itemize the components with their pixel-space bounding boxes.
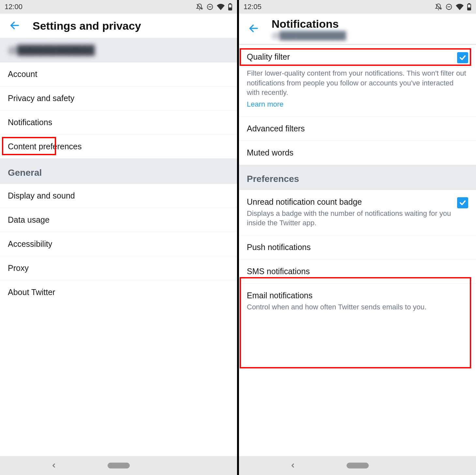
row-label: Accessibility	[8, 239, 52, 248]
row-unread-badge[interactable]: Unread notification count badge Displays…	[239, 190, 476, 235]
battery-icon	[467, 3, 471, 10]
status-bar: 12:00	[0, 0, 237, 14]
account-handle: @████████████	[8, 45, 95, 55]
phone-left: 12:00 Settings and privacy @████████████…	[0, 0, 238, 475]
row-quality-filter[interactable]: Quality filter	[239, 45, 476, 67]
row-label: Display and sound	[8, 191, 75, 200]
notifications-list: Quality filter Filter lower-quality cont…	[239, 45, 476, 456]
svg-rect-4	[230, 3, 231, 4]
row-privacy-safety[interactable]: Privacy and safety	[0, 86, 237, 111]
do-not-disturb-icon	[445, 3, 453, 10]
row-muted-words[interactable]: Muted words	[239, 141, 476, 165]
row-display-sound[interactable]: Display and sound	[0, 184, 237, 208]
row-label: Unread notification count badge	[247, 197, 362, 206]
row-description: Control when and how often Twitter sends…	[247, 302, 468, 312]
nav-bar	[239, 456, 476, 475]
do-not-disturb-icon	[206, 3, 214, 10]
row-description: Filter lower-quality content from your n…	[247, 68, 468, 97]
status-icons	[435, 3, 471, 10]
section-general: General	[0, 158, 237, 184]
status-bar: 12:05	[239, 0, 476, 14]
row-label: Privacy and safety	[8, 94, 74, 103]
row-label: Proxy	[8, 263, 29, 273]
nav-home-pill[interactable]	[108, 463, 130, 468]
row-accessibility[interactable]: Accessibility	[0, 232, 237, 256]
row-push-notifications[interactable]: Push notifications	[239, 235, 476, 260]
unread-badge-checkbox[interactable]	[457, 197, 468, 208]
bell-off-icon	[196, 3, 203, 10]
row-account[interactable]: Account	[0, 62, 237, 86]
status-time: 12:05	[244, 3, 261, 11]
row-label: Advanced filters	[247, 124, 305, 133]
settings-list: @████████████ Account Privacy and safety…	[0, 38, 237, 456]
page-subtitle-handle: @████████████	[272, 31, 346, 40]
account-handle-bar: @████████████	[0, 38, 237, 62]
row-label: Notifications	[8, 118, 52, 127]
nav-back-icon[interactable]	[51, 462, 57, 469]
learn-more-link[interactable]: Learn more	[247, 99, 468, 109]
bell-off-icon	[435, 3, 442, 10]
row-label: Push notifications	[247, 243, 311, 252]
row-email-notifications[interactable]: Email notifications Control when and how…	[239, 284, 476, 319]
status-time: 12:00	[5, 3, 22, 11]
back-arrow-icon[interactable]	[248, 23, 259, 35]
row-label: SMS notifications	[247, 267, 310, 276]
row-advanced-filters[interactable]: Advanced filters	[239, 117, 476, 141]
row-label: Quality filter	[247, 52, 290, 61]
row-sms-notifications[interactable]: SMS notifications	[239, 260, 476, 284]
row-content-preferences[interactable]: Content preferences	[0, 135, 237, 158]
nav-home-pill[interactable]	[347, 463, 369, 468]
phone-right: 12:05 Notifications @████████████ Qualit…	[238, 0, 476, 475]
app-bar: Settings and privacy	[0, 14, 237, 38]
row-quality-filter-desc: Filter lower-quality content from your n…	[239, 68, 476, 117]
page-title: Settings and privacy	[33, 20, 141, 32]
back-arrow-icon[interactable]	[9, 20, 20, 32]
section-preferences: Preferences	[239, 165, 476, 190]
svg-rect-12	[468, 8, 470, 9]
row-label: Data usage	[8, 215, 50, 224]
row-description: Displays a badge with the number of noti…	[247, 209, 452, 228]
row-notifications[interactable]: Notifications	[0, 111, 237, 135]
wifi-icon	[456, 4, 464, 10]
battery-icon	[228, 3, 232, 10]
svg-rect-5	[229, 8, 231, 9]
nav-back-icon[interactable]	[290, 462, 296, 469]
nav-bar	[0, 456, 237, 475]
wifi-icon	[217, 4, 225, 10]
quality-filter-checkbox[interactable]	[457, 52, 468, 63]
row-proxy[interactable]: Proxy	[0, 256, 237, 280]
row-label: Account	[8, 69, 37, 79]
page-title: Notifications	[272, 18, 346, 30]
row-label: Email notifications	[247, 291, 312, 300]
svg-rect-11	[469, 3, 470, 4]
status-icons	[196, 3, 232, 10]
row-data-usage[interactable]: Data usage	[0, 208, 237, 232]
app-bar: Notifications @████████████	[239, 14, 476, 44]
row-label: Muted words	[247, 148, 293, 157]
row-about-twitter[interactable]: About Twitter	[0, 280, 237, 304]
row-label: About Twitter	[8, 288, 55, 297]
row-label: Content preferences	[8, 142, 82, 151]
